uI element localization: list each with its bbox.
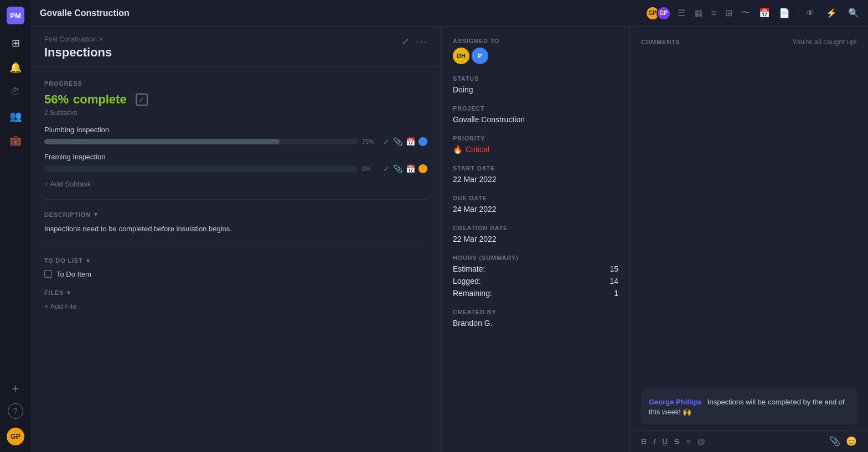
comments-panel: COMMENTS You're all caught up! George Ph… xyxy=(630,27,868,452)
page-title: Inspections xyxy=(44,45,112,60)
created-by-section: CREATED BY Brandon G. xyxy=(453,309,618,328)
priority-section: PRIORITY 🔥 Critical xyxy=(453,135,618,154)
sidebar-item-time[interactable]: ⏱ xyxy=(6,82,25,102)
divider-2 xyxy=(44,246,427,246)
subtask-avatar-1[interactable] xyxy=(418,137,427,146)
subtask-pct-1: 75% xyxy=(362,138,379,145)
created-by-label: CREATED BY xyxy=(453,309,618,315)
comments-body xyxy=(630,51,868,383)
created-by-value: Brandon G. xyxy=(453,319,618,328)
subtask-attach-icon-2[interactable]: 📎 xyxy=(393,164,402,173)
sidebar-item-help[interactable]: ? xyxy=(8,403,23,419)
due-date-value[interactable]: 24 Mar 2022 xyxy=(453,205,618,214)
description-chevron-icon: ▾ xyxy=(94,211,98,218)
todo-label: TO DO LIST xyxy=(44,257,83,264)
subtask-check-icon-2[interactable]: ✓ xyxy=(383,164,390,173)
hours-remaining-row: Remaining: 1 xyxy=(453,289,618,298)
subtask-name-1: Plumbing Inspection xyxy=(44,126,427,134)
comments-caught-up: You're all caught up! xyxy=(792,38,857,46)
filter-icon[interactable]: ⚡ xyxy=(826,8,837,18)
topbar: Govalle Construction GP GP ☰ ▦ ≡ ⊞ 〜 📅 📄… xyxy=(31,0,868,27)
topbar-action-icons: 👁 ⚡ 🔍 xyxy=(806,8,859,18)
emoji-icon[interactable]: 😊 xyxy=(846,436,857,446)
chart-view-icon[interactable]: ▦ xyxy=(694,8,702,18)
topbar-title: Govalle Construction xyxy=(40,8,642,18)
project-label: PROJECT xyxy=(453,105,618,112)
todo-item-1: To Do Item xyxy=(44,270,427,278)
sidebar: PM ⊞ 🔔 ⏱ 👥 💼 + ? GP xyxy=(0,0,31,452)
subtask-actions-2: ✓ 📎 📅 xyxy=(383,164,427,173)
comments-header-row: COMMENTS You're all caught up! xyxy=(630,27,868,51)
assigned-to-section: ASSIGNED TO DH P xyxy=(453,38,618,64)
middle-panel: ASSIGNED TO DH P STATUS Doing PROJECT Go… xyxy=(442,27,630,452)
activity-view-icon[interactable]: 〜 xyxy=(741,7,750,19)
app-logo[interactable]: PM xyxy=(7,7,24,24)
attach-icon[interactable]: 📎 xyxy=(829,436,840,446)
priority-fire-icon: 🔥 xyxy=(453,145,462,154)
hours-logged-value: 14 xyxy=(609,277,618,285)
add-subtask-button[interactable]: + Add Subtask xyxy=(44,180,427,188)
bold-button[interactable]: B xyxy=(641,437,647,446)
hours-remaining-value: 1 xyxy=(614,289,618,298)
sidebar-item-home[interactable]: ⊞ xyxy=(6,33,25,53)
align-view-icon[interactable]: ≡ xyxy=(711,8,716,18)
more-icon[interactable]: ··· xyxy=(416,36,428,48)
italic-button[interactable]: I xyxy=(653,437,655,446)
subtask-avatar-2[interactable] xyxy=(418,164,427,173)
user-avatar[interactable]: GP xyxy=(7,428,24,445)
assigned-avatars: DH P xyxy=(453,48,618,64)
due-date-section: DUE DATE 24 Mar 2022 xyxy=(453,195,618,214)
sidebar-item-people[interactable]: 👥 xyxy=(6,106,25,126)
description-label: DESCRIPTION xyxy=(44,211,91,218)
subtask-check-icon-1[interactable]: ✓ xyxy=(383,137,390,146)
table-view-icon[interactable]: ⊞ xyxy=(725,8,732,18)
todo-checkbox-1[interactable] xyxy=(44,270,52,278)
subtask-bar-bg-1 xyxy=(44,139,358,144)
progress-check[interactable]: ✓ xyxy=(136,93,148,106)
strikethrough-button[interactable]: S xyxy=(674,437,679,446)
subtask-bar-bg-2 xyxy=(44,166,358,172)
hours-label: HOURS (SUMMARY) xyxy=(453,254,618,261)
creation-date-value: 22 Mar 2022 xyxy=(453,235,618,243)
hours-remaining-label: Remaining: xyxy=(453,289,492,298)
hours-estimate-row: Estimate: 15 xyxy=(453,264,618,273)
assignee-avatar-1[interactable]: DH xyxy=(453,48,469,64)
priority-value[interactable]: 🔥 Critical xyxy=(453,145,618,154)
comment-1: George Phillips Inspections will be comp… xyxy=(641,389,857,424)
assignee-avatar-2[interactable]: P xyxy=(472,48,488,64)
sidebar-item-projects[interactable]: 💼 xyxy=(6,131,25,150)
list-button[interactable]: ≡ xyxy=(686,437,690,446)
subtask-calendar-icon-1[interactable]: 📅 xyxy=(406,137,415,146)
minimize-icon[interactable]: ⤢ xyxy=(401,35,410,48)
progress-complete-text: complete xyxy=(73,92,127,107)
subtask-bar-row-2: 0% ✓ 📎 📅 xyxy=(44,164,427,173)
description-text: Inspections need to be completed before … xyxy=(44,224,427,235)
subtask-pct-2: 0% xyxy=(362,165,379,172)
search-icon[interactable]: 🔍 xyxy=(848,8,859,18)
progress-percent: 56% xyxy=(44,92,69,107)
underline-button[interactable]: U xyxy=(662,437,668,446)
file-view-icon[interactable]: 📄 xyxy=(779,8,790,18)
eye-icon[interactable]: 👁 xyxy=(806,8,815,18)
breadcrumb-separator: > xyxy=(99,35,102,43)
subtask-bar-row-1: 75% ✓ 📎 📅 xyxy=(44,137,427,146)
calendar-view-icon[interactable]: 📅 xyxy=(759,8,770,18)
todo-header[interactable]: TO DO LIST ▾ xyxy=(44,257,427,264)
subtask-attach-icon-1[interactable]: 📎 xyxy=(393,137,402,146)
list-view-icon[interactable]: ☰ xyxy=(678,8,685,18)
subtask-bar-fill-1 xyxy=(44,139,280,144)
topbar-view-icons: ☰ ▦ ≡ ⊞ 〜 📅 📄 xyxy=(678,7,799,19)
sidebar-item-add[interactable]: + xyxy=(6,379,25,399)
description-header[interactable]: DESCRIPTION ▾ xyxy=(44,211,427,218)
topbar-avatar-2[interactable]: GP xyxy=(657,6,671,20)
mention-button[interactable]: @ xyxy=(698,437,705,446)
status-value[interactable]: Doing xyxy=(453,85,618,94)
start-date-value[interactable]: 22 Mar 2022 xyxy=(453,175,618,184)
project-value[interactable]: Govalle Construction xyxy=(453,115,618,124)
breadcrumb-parent[interactable]: Post Construction xyxy=(44,35,97,43)
breadcrumb-title-group: Post Construction > Inspections xyxy=(44,35,112,60)
subtask-calendar-icon-2[interactable]: 📅 xyxy=(406,164,415,173)
files-header[interactable]: FILES ▾ xyxy=(44,289,427,297)
sidebar-item-notifications[interactable]: 🔔 xyxy=(6,58,25,77)
add-file-button[interactable]: + Add File xyxy=(44,302,427,310)
